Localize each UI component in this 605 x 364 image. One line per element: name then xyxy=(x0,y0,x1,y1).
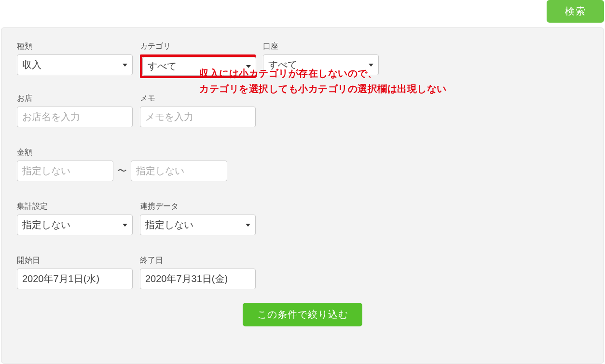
start-date-input[interactable]: 2020年7月1日(水) xyxy=(17,269,133,289)
type-select-value: 収入 xyxy=(22,58,41,71)
end-date-input[interactable]: 2020年7月31日(金) xyxy=(140,269,256,289)
start-date-label: 開始日 xyxy=(17,256,133,266)
chevron-down-icon xyxy=(123,224,127,227)
end-date-field: 終了日 2020年7月31日(金) xyxy=(140,256,256,289)
chevron-down-icon xyxy=(246,224,250,227)
search-button[interactable]: 検索 xyxy=(547,0,604,23)
shop-input[interactable] xyxy=(22,111,127,122)
submit-row: この条件で絞り込む xyxy=(17,303,588,326)
linked-data-label: 連携データ xyxy=(140,202,256,212)
filter-submit-button[interactable]: この条件で絞り込む xyxy=(243,303,362,326)
filter-row-5: 開始日 2020年7月1日(水) 終了日 2020年7月31日(金) xyxy=(17,256,588,289)
filter-row-2: お店 メモ xyxy=(17,94,588,127)
type-field: 種類 収入 xyxy=(17,41,133,75)
shop-field: お店 xyxy=(17,94,133,127)
amount-from-wrap xyxy=(17,161,113,181)
start-date-value: 2020年7月1日(水) xyxy=(22,272,99,285)
aggregation-select[interactable]: 指定しない xyxy=(17,215,133,235)
end-date-value: 2020年7月31日(金) xyxy=(145,272,228,285)
memo-input-wrap xyxy=(140,107,256,127)
aggregation-select-value: 指定しない xyxy=(22,218,70,231)
aggregation-field: 集計設定 指定しない xyxy=(17,202,133,235)
shop-label: お店 xyxy=(17,94,133,104)
filter-row-4: 集計設定 指定しない 連携データ 指定しない xyxy=(17,202,588,235)
memo-field: メモ xyxy=(140,94,256,127)
category-label: カテゴリ xyxy=(140,41,256,52)
memo-label: メモ xyxy=(140,94,256,104)
range-tilde: 〜 xyxy=(117,161,127,181)
filter-panel: 種類 収入 カテゴリ すべて 口座 すべて 収入には小カテゴリが存在 xyxy=(1,27,604,364)
account-label: 口座 xyxy=(263,41,379,52)
filter-row-3: 金額 〜 xyxy=(17,148,588,181)
amount-to-wrap xyxy=(131,161,227,181)
aggregation-label: 集計設定 xyxy=(17,202,133,212)
amount-from-input[interactable] xyxy=(22,165,108,176)
linked-data-field: 連携データ 指定しない xyxy=(140,202,256,235)
category-select-value: すべて xyxy=(148,60,177,73)
linked-data-select-value: 指定しない xyxy=(145,218,193,231)
amount-to-input[interactable] xyxy=(136,165,222,176)
annotation-text: 収入には小カテゴリが存在しないので、 カテゴリを選択しても小カテゴリの選択欄は出… xyxy=(199,66,447,96)
amount-label: 金額 xyxy=(17,148,227,158)
start-date-field: 開始日 2020年7月1日(水) xyxy=(17,256,133,289)
linked-data-select[interactable]: 指定しない xyxy=(140,215,256,235)
memo-input[interactable] xyxy=(145,111,250,122)
amount-field: 金額 〜 xyxy=(17,148,227,181)
type-select[interactable]: 収入 xyxy=(17,54,133,75)
end-date-label: 終了日 xyxy=(140,256,256,266)
annotation-line-1: 収入には小カテゴリが存在しないので、 xyxy=(199,66,447,81)
chevron-down-icon xyxy=(123,64,127,67)
shop-input-wrap xyxy=(17,107,133,127)
type-label: 種類 xyxy=(17,41,133,52)
